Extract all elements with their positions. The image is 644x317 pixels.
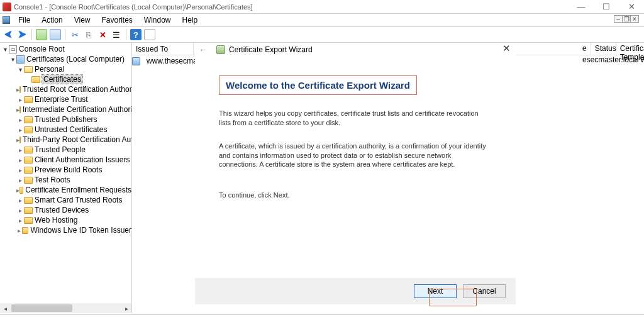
- wizard-paragraph-3: To continue, click Next.: [219, 191, 492, 200]
- cut-button[interactable]: ✂: [69, 29, 80, 40]
- certificate-icon: [132, 57, 140, 65]
- window-title: Console1 - [Console Root\Certificates (L…: [14, 3, 569, 11]
- mdi-close-button[interactable]: ×: [630, 15, 639, 23]
- tree-item-label: Client Authentication Issuers: [35, 155, 130, 164]
- tree-item-label: Untrusted Certificates: [35, 125, 107, 134]
- mdi-minimize-button[interactable]: –: [614, 15, 623, 23]
- wizard-paragraph-1: This wizard helps you copy certificates,…: [219, 109, 492, 128]
- tree-item-label: Test Roots: [35, 175, 70, 184]
- window-titlebar: Console1 - [Console Root\Certificates (L…: [0, 0, 644, 14]
- tree-item[interactable]: Test Roots: [1, 175, 131, 185]
- tree-certificates-selected[interactable]: Certificates: [42, 75, 82, 84]
- col-partial[interactable]: e: [579, 43, 591, 55]
- tree-item[interactable]: Trusted Root Certification Authorities: [1, 84, 131, 94]
- menu-view[interactable]: View: [69, 14, 96, 26]
- copy-button[interactable]: ⎘: [83, 29, 94, 40]
- tree-item-label: Intermediate Certification Authorities: [23, 105, 132, 114]
- folder-icon: [31, 76, 40, 83]
- console-tree[interactable]: ▭Console Root Certificates (Local Comput…: [0, 43, 132, 313]
- folder-icon: [24, 96, 33, 103]
- tree-item[interactable]: Third-Party Root Certification Authoriti…: [1, 135, 131, 145]
- tree-item[interactable]: Enterprise Trust: [1, 94, 131, 104]
- folder-icon: [24, 66, 33, 73]
- menu-window[interactable]: Window: [139, 14, 176, 26]
- tree-item[interactable]: Preview Build Roots: [1, 165, 131, 175]
- col-issued-to[interactable]: Issued To: [132, 43, 194, 55]
- menu-favorites[interactable]: Favorites: [97, 14, 138, 26]
- wizard-close-button[interactable]: ✕: [497, 41, 516, 56]
- tree-item-label: Preview Build Roots: [35, 165, 102, 174]
- app-icon: [3, 3, 11, 11]
- tree-horizontal-scrollbar[interactable]: ◂▸: [0, 303, 131, 313]
- folder-icon: [24, 207, 33, 214]
- wizard-back-button[interactable]: ←: [199, 45, 208, 55]
- tree-item[interactable]: Web Hosting: [1, 215, 131, 225]
- tree-item[interactable]: Trusted Devices: [1, 205, 131, 215]
- tree-item-label: Trusted Publishers: [35, 115, 97, 124]
- col-template[interactable]: Certificate Template: [616, 43, 644, 55]
- tree-item[interactable]: Smart Card Trusted Roots: [1, 195, 131, 205]
- folder-icon: [24, 177, 33, 184]
- certificate-export-wizard: ✕ ← Certificate Export Wizard Welcome to…: [195, 43, 516, 313]
- mdi-restore-button[interactable]: ❐: [622, 15, 631, 23]
- wizard-breadcrumb: Certificate Export Wizard: [229, 45, 313, 54]
- tree-item-label: Third-Party Root Certification Authoriti…: [23, 135, 132, 144]
- tree-item[interactable]: Certificate Enrollment Requests: [1, 185, 131, 195]
- folder-icon: [19, 136, 21, 143]
- extra-button[interactable]: [144, 29, 155, 40]
- tree-item-label: Web Hosting: [35, 216, 77, 225]
- tree-console-root[interactable]: Console Root: [19, 45, 65, 53]
- next-button[interactable]: Next: [414, 284, 457, 298]
- up-button[interactable]: [36, 29, 47, 40]
- system-menu-icon[interactable]: [3, 16, 10, 24]
- folder-icon: [24, 217, 33, 224]
- close-button[interactable]: ✕: [619, 2, 644, 11]
- wizard-paragraph-2: A certificate, which is issued by a cert…: [219, 142, 492, 170]
- menu-file[interactable]: File: [13, 14, 35, 26]
- tree-item-label: Smart Card Trusted Roots: [35, 196, 122, 204]
- help-button[interactable]: ?: [130, 29, 142, 40]
- minimize-button[interactable]: —: [569, 2, 594, 11]
- folder-icon: [22, 227, 29, 234]
- tree-item-label: Certificate Enrollment Requests: [25, 186, 131, 194]
- cancel-button[interactable]: Cancel: [463, 284, 506, 298]
- tree-certificates-local[interactable]: Certificates (Local Computer): [26, 55, 125, 64]
- back-button[interactable]: ⮜: [3, 29, 14, 40]
- menu-help[interactable]: Help: [177, 14, 203, 26]
- tree-item-label: Windows Live ID Token Issuer: [30, 226, 131, 235]
- tree-item[interactable]: Windows Live ID Token Issuer: [1, 225, 131, 235]
- tree-item[interactable]: Intermediate Certification Authorities: [1, 104, 131, 114]
- list-header-right: e Status Certificate Template: [579, 43, 644, 55]
- forward-button[interactable]: ⮞: [16, 29, 28, 40]
- tree-item[interactable]: Trusted Publishers: [1, 114, 131, 125]
- wizard-title: Welcome to the Certificate Export Wizard: [219, 75, 417, 95]
- properties-button[interactable]: ☰: [111, 29, 122, 40]
- tree-item-label: Trusted Root Certification Authorities: [23, 85, 132, 94]
- cell-template: WebServer: [636, 55, 644, 67]
- col-status[interactable]: Status: [591, 43, 616, 55]
- delete-button[interactable]: ✕: [97, 29, 108, 40]
- certificates-icon: [16, 55, 25, 64]
- tree-item[interactable]: Untrusted Certificates: [1, 125, 131, 135]
- tree-item[interactable]: Client Authentication Issuers: [1, 155, 131, 165]
- folder-icon: [19, 106, 21, 113]
- show-hide-tree-button[interactable]: [50, 29, 61, 40]
- tree-item[interactable]: Trusted People: [1, 145, 131, 155]
- tree-item-label: Trusted People: [35, 145, 86, 154]
- list-row-right[interactable]: esecmaster.local WebServer: [579, 55, 644, 67]
- folder-icon: [24, 157, 33, 164]
- folder-icon: [24, 116, 33, 123]
- tree-personal[interactable]: Personal: [35, 65, 64, 74]
- details-pane: Issued To www.thesecmaster.l e Status Ce…: [132, 43, 644, 313]
- folder-icon: [24, 126, 33, 133]
- wizard-icon: [216, 45, 225, 54]
- menu-bar: File Action View Favorites Window Help: [0, 14, 644, 26]
- mdi-window-controls: – ❐ ×: [614, 15, 639, 23]
- tree-item-label: Trusted Devices: [35, 206, 89, 214]
- menu-action[interactable]: Action: [36, 14, 67, 26]
- maximize-button[interactable]: ☐: [594, 2, 619, 11]
- folder-icon: [24, 167, 33, 174]
- folder-icon: [19, 187, 23, 194]
- toolbar: ⮜ ⮞ ✂ ⎘ ✕ ☰ ?: [0, 26, 644, 43]
- tree-item-label: Enterprise Trust: [35, 95, 88, 104]
